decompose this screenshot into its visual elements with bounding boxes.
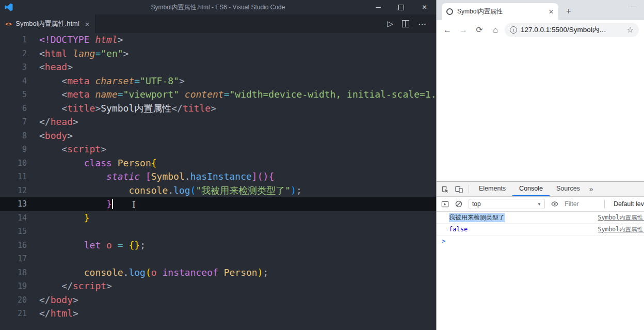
maximize-button[interactable] [390,0,413,14]
chrome-minimize-button[interactable]: — [630,3,636,10]
line-number: 8 [0,129,27,143]
run-button[interactable]: ▷ [387,19,393,28]
devtools-tabs: ElementsConsoleSources [472,182,587,196]
favicon-icon [446,8,453,15]
code-text: console.log("我被用来检测类型了"); [39,184,302,198]
code-line[interactable]: 21</html> [0,307,436,321]
code-line[interactable]: 15 [0,225,436,239]
code-text: console.log(o instanceof Person); [39,266,268,280]
line-number: 15 [0,225,27,239]
code-line[interactable]: 18 console.log(o instanceof Person); [0,266,436,280]
line-number: 7 [0,115,27,129]
code-line[interactable]: 13 } [0,197,436,211]
back-button[interactable]: ← [441,23,454,37]
live-expression-eye-icon[interactable] [551,200,559,208]
vscode-titlebar: Symbol内置属性.html - ES6 - Visual Studio Co… [0,0,436,14]
code-line[interactable]: 7</head> [0,115,436,129]
line-number: 1 [0,33,27,47]
line-number: 14 [0,211,27,225]
console-prompt[interactable]: > [437,235,644,247]
chevron-down-icon: ▼ [537,202,541,207]
code-text: } [39,211,90,225]
more-actions-button[interactable]: ⋯ [418,19,427,29]
code-line[interactable]: 11 static [Symbol.hasInstance](){ [0,170,436,184]
bookmark-star-icon[interactable]: ☆ [627,25,634,35]
code-text: let o = {}; [39,239,146,253]
devtools-panel: ElementsConsoleSources » top ▼ Filter De… [437,181,644,330]
address-bar[interactable]: 127.0.0.1:5500/Symbol内… ☆ [505,23,639,37]
line-number: 3 [0,60,27,74]
code-line[interactable]: 10 class Person{ [0,156,436,170]
inspect-element-icon[interactable] [441,185,449,193]
code-line[interactable]: 17 [0,252,436,266]
code-line[interactable]: 1<!DOCTYPE html> [0,33,436,47]
console-message-text: 我被用来检测类型了 [449,213,505,222]
page-content [437,39,644,181]
code-text: <body> [39,129,73,143]
code-line[interactable]: 19 </script> [0,279,436,293]
reload-button[interactable]: ⟳ [473,23,486,37]
code-line[interactable]: 5 <meta name="viewport" content="width=d… [0,88,436,102]
log-levels-dropdown[interactable]: Default lev [614,200,644,208]
minimize-icon [376,7,381,8]
editor-tab[interactable]: <> Symbol内置属性.html × [0,14,95,33]
console-source-link[interactable]: Symbol内置属性.h [598,226,644,233]
more-tabs-icon[interactable]: » [589,185,593,193]
editor-tab-label: Symbol内置属性.html [15,19,79,28]
code-text: <script> [39,143,106,156]
devtools-tab-elements[interactable]: Elements [472,182,512,196]
vscode-logo-icon [5,3,13,11]
code-line[interactable]: 3<head> [0,60,436,74]
vscode-tabbar: <> Symbol内置属性.html × ▷ ⋯ [0,14,436,33]
console-message: 我被用来检测类型了Symbol内置属性.h [437,212,644,224]
code-line[interactable]: 6 <title>Symbol内置属性</title> [0,102,436,116]
close-button[interactable]: ✕ [413,0,436,14]
text-caret [112,199,113,209]
line-number: 21 [0,307,27,321]
editor-code[interactable]: 1<!DOCTYPE html>2<html lang="en">3<head>… [0,33,436,330]
code-line[interactable]: 16 let o = {}; [0,239,436,253]
filter-input[interactable]: Filter [565,200,579,208]
minimize-button[interactable] [366,0,390,14]
console-source-link[interactable]: Symbol内置属性.h [598,214,644,222]
chrome-navbar: ← → ⟳ ⌂ 127.0.0.1:5500/Symbol内… ☆ [437,20,644,39]
split-editor-button[interactable] [402,20,409,27]
chrome-tab[interactable]: Symbol内置属性 ✕ [442,3,558,20]
devtools-tab-sources[interactable]: Sources [550,182,587,196]
code-line[interactable]: 2<html lang="en"> [0,47,436,61]
prompt-chevron-icon: > [442,238,445,245]
code-text: <title>Symbol内置属性</title> [39,102,216,116]
html-file-icon: <> [5,21,12,27]
home-button[interactable]: ⌂ [489,23,502,37]
chrome-tab-close-icon[interactable]: ✕ [549,8,554,15]
code-line[interactable]: 8<body> [0,129,436,143]
code-text: </head> [39,115,78,129]
line-number: 11 [0,170,27,184]
close-icon: ✕ [422,4,427,11]
code-text: static [Symbol.hasInstance](){ [39,170,274,184]
line-number: 2 [0,47,27,61]
vscode-window: Symbol内置属性.html - ES6 - Visual Studio Co… [0,0,436,330]
tab-close-icon[interactable]: × [85,20,90,28]
code-line[interactable]: 4 <meta charset="UTF-8"> [0,74,436,88]
site-info-icon[interactable] [510,26,517,34]
code-line[interactable]: 9 <script> [0,143,436,156]
toolbar-separator [469,185,469,193]
code-text: <head> [39,60,73,74]
devtools-main-toolbar: ElementsConsoleSources » [437,182,644,197]
line-number: 10 [0,156,27,170]
code-line[interactable]: 20</body> [0,293,436,307]
forward-button[interactable]: → [457,23,470,37]
code-text: </body> [39,293,78,307]
code-line[interactable]: 12 console.log("我被用来检测类型了"); [0,184,436,198]
url-text[interactable]: 127.0.0.1:5500/Symbol内… [521,25,623,35]
console-message: falseSymbol内置属性.h [437,224,644,235]
new-tab-button[interactable]: + [562,5,575,18]
devtools-tab-console[interactable]: Console [512,182,550,196]
console-toolbar: top ▼ Filter Default lev [437,197,644,212]
clear-console-icon[interactable] [455,200,463,208]
context-selector[interactable]: top ▼ [469,199,545,209]
code-line[interactable]: 14 } [0,211,436,225]
device-toolbar-icon[interactable] [455,185,463,193]
console-sidebar-icon[interactable] [441,200,449,208]
